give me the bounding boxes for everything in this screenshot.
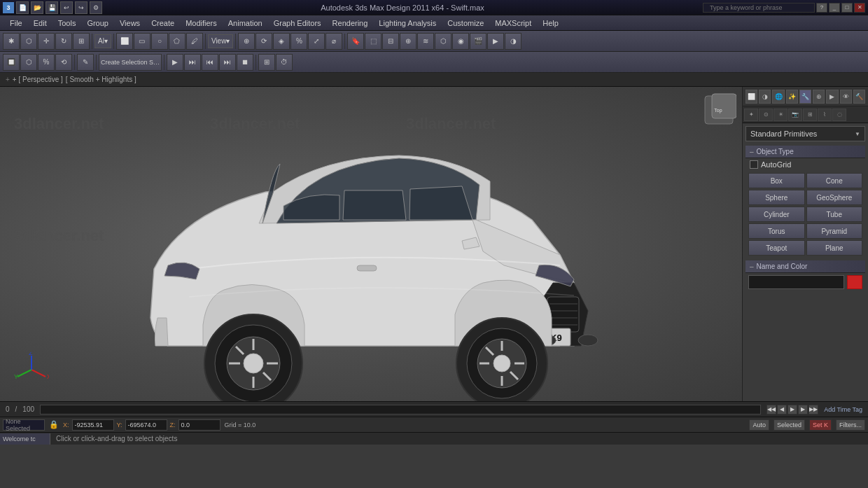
viewport[interactable]: 3dlancer.net 3dlancer.net 3dlancer.net 3…: [0, 87, 742, 401]
primitives-dropdown[interactable]: Standard Primitives ▼: [746, 126, 865, 141]
create-selection-set-btn[interactable]: Create Selection S…: [99, 54, 162, 71]
layer-btn[interactable]: ⊕: [400, 33, 416, 50]
cone-button[interactable]: Cone: [806, 173, 863, 188]
name-color-header[interactable]: – Name and Color: [746, 260, 865, 273]
edit-named-selections-btn[interactable]: ✎: [77, 54, 94, 71]
rp-render-btn[interactable]: ◑: [759, 90, 771, 104]
selection-filter-dropdown[interactable]: Al▾: [94, 34, 111, 48]
select-object-btn[interactable]: ✱: [3, 33, 20, 50]
timeline-prev-btn[interactable]: ◀◀: [766, 405, 776, 414]
timeline-time-tag-label[interactable]: Add Time Tag: [824, 406, 862, 413]
active-shade-btn[interactable]: ◑: [505, 33, 522, 50]
timeline-step-back-btn[interactable]: ◀: [777, 405, 787, 414]
menu-maxscript[interactable]: MAXScript: [489, 15, 537, 30]
geosphere-button[interactable]: GeoSphere: [806, 190, 863, 205]
y-coord-input[interactable]: -695674.0: [125, 419, 167, 431]
circle-select-btn[interactable]: ○: [151, 33, 168, 50]
pyramid-button[interactable]: Pyramid: [806, 223, 863, 239]
rp-env-btn[interactable]: 🌐: [772, 90, 784, 104]
scale-btn[interactable]: ⊞: [73, 33, 90, 50]
save-button[interactable]: 💾: [46, 1, 58, 14]
search-box[interactable]: [703, 3, 815, 13]
move-btn[interactable]: ✛: [38, 33, 55, 50]
menu-tools[interactable]: Tools: [52, 15, 82, 30]
curve-editor-btn[interactable]: ≋: [417, 33, 434, 50]
lock-icon[interactable]: 🔒: [49, 420, 59, 429]
rp-utils-btn[interactable]: 🔨: [853, 90, 865, 104]
rp-motion-btn[interactable]: ▶: [826, 90, 838, 104]
play2-btn[interactable]: ⏭: [184, 54, 201, 71]
rp-tab-modify[interactable]: ⊙: [759, 109, 773, 121]
menu-graph-editors[interactable]: Graph Editors: [268, 15, 327, 30]
fence-select-btn[interactable]: ⬠: [169, 33, 186, 50]
play-btn[interactable]: ▶: [167, 54, 183, 71]
render-setup-btn[interactable]: 🎬: [470, 33, 486, 50]
rp-display-btn[interactable]: ⬜: [746, 90, 757, 104]
torus-button[interactable]: Torus: [748, 223, 805, 239]
stop-btn[interactable]: ⏹: [237, 54, 253, 71]
menu-group[interactable]: Group: [81, 15, 114, 30]
menu-help[interactable]: Help: [537, 15, 564, 30]
maximize-button[interactable]: □: [841, 3, 853, 13]
rp-tab-splines[interactable]: ⌇: [818, 109, 832, 121]
percent-toggle-btn[interactable]: %: [38, 54, 55, 71]
search-input[interactable]: [710, 4, 808, 11]
named-select-btn[interactable]: 🔖: [347, 33, 364, 50]
autogrid-checkbox[interactable]: [750, 160, 758, 169]
menu-create[interactable]: Create: [146, 15, 180, 30]
playback-btn[interactable]: ⏮: [202, 54, 218, 71]
selected-btn[interactable]: Selected: [774, 419, 805, 431]
timeline-track[interactable]: [40, 405, 761, 414]
z-coord-input[interactable]: 0.0: [178, 419, 220, 431]
material-editor-btn[interactable]: ◉: [452, 33, 469, 50]
rp-display2-btn[interactable]: 👁: [840, 90, 852, 104]
close-button[interactable]: ✕: [854, 3, 865, 13]
help-button[interactable]: ?: [816, 3, 827, 13]
rp-tab-helpers[interactable]: ⊞: [803, 109, 817, 121]
plane-button[interactable]: Plane: [806, 240, 863, 256]
snap-toggle-btn[interactable]: 🔲: [3, 54, 20, 71]
rp-tab-camera[interactable]: 📷: [788, 109, 802, 121]
menu-lighting-analysis[interactable]: Lighting Analysis: [373, 15, 442, 30]
filters-btn[interactable]: Filters...: [836, 419, 865, 431]
undo-button[interactable]: ↩: [60, 1, 73, 14]
redo-button[interactable]: ↪: [75, 1, 88, 14]
minimize-button[interactable]: _: [829, 3, 840, 13]
mirror-btn[interactable]: ⬚: [365, 33, 382, 50]
viewport-shading-label[interactable]: [ Smooth + Highlights ]: [66, 76, 136, 83]
select-region-btn[interactable]: ⬡: [20, 33, 37, 50]
schematic-view-btn[interactable]: ⬡: [435, 33, 451, 50]
set-key-btn[interactable]: Set K: [809, 419, 832, 431]
box-button[interactable]: Box: [748, 173, 805, 188]
menu-modifiers[interactable]: Modifiers: [180, 15, 223, 30]
spinner-snap2-btn[interactable]: ⟲: [55, 54, 72, 71]
select-by-name-btn[interactable]: ⬜: [116, 33, 133, 50]
view-cube[interactable]: Top: [701, 92, 736, 129]
settings-button[interactable]: ⚙: [90, 1, 102, 14]
spinner-snap-btn[interactable]: ⤢: [308, 33, 325, 50]
key-mode-btn[interactable]: ⊞: [258, 54, 275, 71]
rect-select-btn[interactable]: ▭: [134, 33, 150, 50]
teapot-button[interactable]: Teapot: [748, 240, 805, 256]
timeline-play-btn[interactable]: ▶: [788, 405, 797, 414]
rp-effect-btn[interactable]: ✨: [786, 90, 798, 104]
timeline-step-fwd-btn[interactable]: ▶: [798, 405, 808, 414]
rp-modify-btn[interactable]: 🔧: [799, 90, 811, 104]
angle-toggle-btn[interactable]: ⬡: [20, 54, 37, 71]
sphere-button[interactable]: Sphere: [748, 190, 805, 205]
align-btn[interactable]: ⊟: [382, 33, 399, 50]
x-coord-input[interactable]: -92535.91: [72, 419, 114, 431]
new-button[interactable]: 📄: [16, 1, 29, 14]
rp-tab-lights[interactable]: ☀: [774, 109, 788, 121]
object-type-header[interactable]: – Object Type: [746, 146, 865, 158]
scale-transform-btn[interactable]: ◈: [273, 33, 290, 50]
render-btn[interactable]: ▶: [487, 33, 504, 50]
menu-edit[interactable]: Edit: [28, 15, 52, 30]
rotate-btn[interactable]: ↻: [55, 33, 72, 50]
angle-snap-btn[interactable]: ⌀: [326, 33, 342, 50]
menu-rendering[interactable]: Rendering: [327, 15, 374, 30]
cylinder-button[interactable]: Cylinder: [748, 207, 805, 222]
viewport-perspective-label[interactable]: + [ Perspective ]: [13, 76, 63, 83]
menu-animation[interactable]: Animation: [223, 15, 268, 30]
object-color-swatch[interactable]: [847, 275, 862, 289]
